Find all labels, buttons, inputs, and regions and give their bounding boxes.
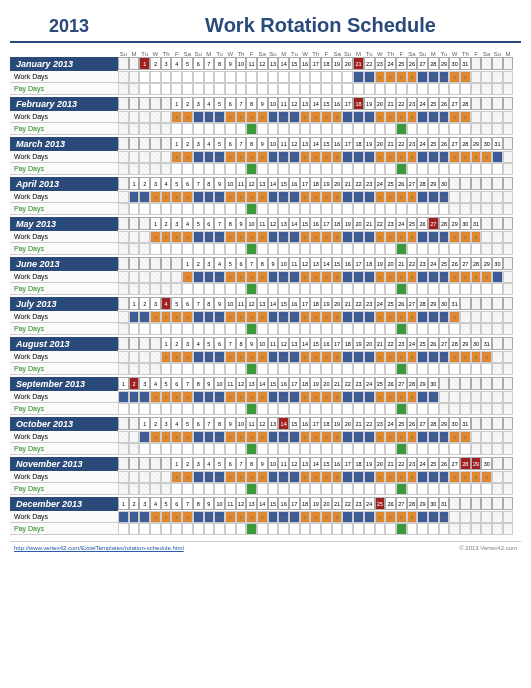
day-cell: 13	[300, 457, 311, 470]
pay-cell	[289, 443, 300, 455]
day-cell: 27	[449, 457, 460, 470]
day-cell: 18	[300, 377, 311, 390]
pay-cell	[321, 283, 332, 295]
pay-cell	[364, 523, 375, 535]
pay-cell	[481, 523, 492, 535]
pay-cell	[332, 403, 343, 415]
work-cell: x	[161, 311, 172, 323]
day-cell: 14	[300, 337, 311, 350]
day-cell: 7	[204, 57, 215, 70]
day-cell: 15	[321, 97, 332, 110]
pay-cell	[139, 283, 150, 295]
work-cell	[503, 391, 514, 403]
day-cell: 12	[236, 497, 247, 510]
pay-cell	[342, 283, 353, 295]
day-cell	[460, 297, 471, 310]
work-cell	[492, 111, 503, 123]
day-cell: 1	[171, 97, 182, 110]
pay-cell	[300, 523, 311, 535]
pay-cell	[503, 243, 514, 255]
pay-cell	[236, 483, 247, 495]
work-cell	[310, 71, 321, 83]
day-cell: 13	[246, 497, 257, 510]
day-cell: 29	[428, 297, 439, 310]
work-cell: x	[375, 391, 386, 403]
pay-cell	[460, 443, 471, 455]
day-cell	[471, 97, 482, 110]
source-link[interactable]: http://www.vertex42.com/ExcelTemplates/r…	[14, 545, 184, 551]
work-cell	[129, 151, 140, 163]
day-cell: 5	[171, 297, 182, 310]
day-cell: 18	[342, 337, 353, 350]
pay-cell	[492, 483, 503, 495]
pay-cell	[150, 123, 161, 135]
pay-cell	[385, 523, 396, 535]
work-cell: nw	[439, 351, 450, 363]
pay-cell	[214, 163, 225, 175]
pay-days-label: Pay Days	[10, 323, 118, 335]
day-cell: 2	[129, 497, 140, 510]
pay-cell	[439, 443, 450, 455]
month-block: August 201312345678910111213141516171819…	[10, 337, 521, 375]
day-cell: 30	[481, 137, 492, 150]
work-days-label: Work Days	[10, 151, 118, 163]
work-cell	[481, 431, 492, 443]
pay-cell	[278, 323, 289, 335]
pay-cell	[332, 443, 343, 455]
pay-cell	[246, 443, 257, 455]
day-cell: 31	[460, 417, 471, 430]
pay-cell	[471, 443, 482, 455]
day-cell: 19	[364, 137, 375, 150]
work-cell: x	[321, 151, 332, 163]
day-cell: 7	[236, 457, 247, 470]
work-cell: x	[246, 431, 257, 443]
work-cell: x	[375, 351, 386, 363]
work-cell: x	[417, 511, 428, 523]
pay-cell	[129, 323, 140, 335]
work-cell	[503, 231, 514, 243]
day-cell: 1	[118, 497, 129, 510]
day-cell: 2	[129, 377, 140, 390]
day-cell: 1	[171, 137, 182, 150]
work-cell: nw	[278, 511, 289, 523]
pay-cell	[332, 203, 343, 215]
work-cell: x	[225, 311, 236, 323]
pay-cell	[353, 523, 364, 535]
work-cell: nw	[204, 431, 215, 443]
day-cell: 16	[300, 417, 311, 430]
pay-cell	[460, 243, 471, 255]
pay-cell	[161, 443, 172, 455]
work-cell: nw	[364, 71, 375, 83]
work-cell: x	[310, 231, 321, 243]
day-cell: 17	[342, 457, 353, 470]
pay-cell	[503, 483, 514, 495]
work-cell	[150, 471, 161, 483]
pay-cell	[321, 83, 332, 95]
day-cell: 10	[278, 257, 289, 270]
pay-cell	[449, 163, 460, 175]
work-cell: x	[471, 231, 482, 243]
work-cell: x	[300, 431, 311, 443]
day-cell	[481, 297, 492, 310]
work-cell: x	[492, 151, 503, 163]
pay-cell	[161, 363, 172, 375]
day-cell	[503, 297, 514, 310]
pay-cell	[161, 243, 172, 255]
pay-cell	[471, 163, 482, 175]
pay-cell	[460, 403, 471, 415]
day-cell: 4	[171, 417, 182, 430]
day-cell: 8	[225, 217, 236, 230]
work-cell: x	[171, 471, 182, 483]
work-cell: x	[407, 71, 418, 83]
work-cell	[471, 431, 482, 443]
pay-cell	[204, 283, 215, 295]
day-cell	[471, 177, 482, 190]
day-cell: 24	[396, 217, 407, 230]
pay-cell	[214, 403, 225, 415]
work-cell: x	[449, 151, 460, 163]
work-cell	[460, 311, 471, 323]
work-cell: x	[332, 351, 343, 363]
day-cell: 25	[428, 137, 439, 150]
day-cell	[460, 497, 471, 510]
day-cell: 26	[385, 377, 396, 390]
